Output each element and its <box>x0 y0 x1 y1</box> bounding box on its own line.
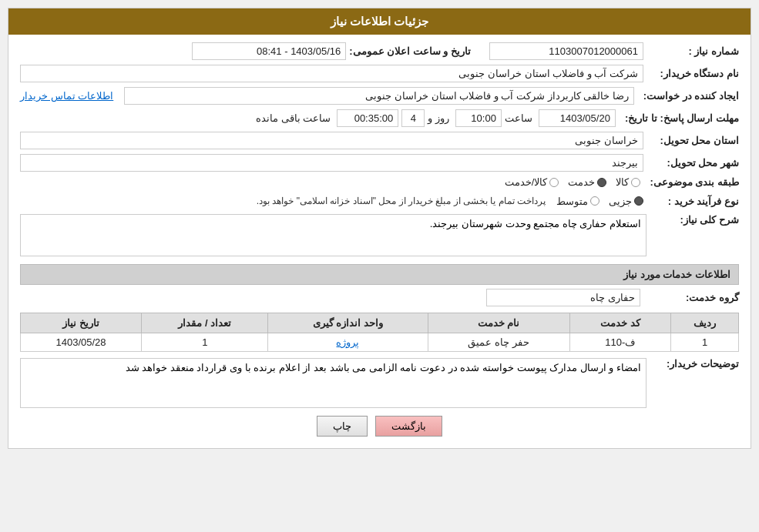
shahr-label: شهر محل تحویل: <box>646 157 739 169</box>
col-count: تعداد / مقدار <box>142 313 268 333</box>
nooe-jozii-radio[interactable] <box>634 196 643 206</box>
cell-unit[interactable]: پروژه <box>268 333 428 352</box>
tabaqe-khedmat-radio[interactable] <box>597 178 606 187</box>
mohlat-remaining-label: ساعت باقی مانده <box>256 112 331 124</box>
tabaqe-radio-group: کالا خدمت کالا/خدمت <box>505 176 641 188</box>
nooe-motavaset-radio[interactable] <box>590 196 599 206</box>
shomara-niaz-label: شماره نیاز : <box>646 45 739 57</box>
shomara-niaz-value: 1103007012000061 <box>489 42 643 60</box>
col-unit: واحد اندازه گیری <box>268 313 428 333</box>
group-khedmat-value: حفاری چاه <box>486 289 640 306</box>
tabaqe-khedmat-label: خدمت <box>568 176 595 188</box>
tabaqe-label: طبقه بندی موضوعی: <box>643 176 739 188</box>
ostan-value: خراسان جنوبی <box>20 132 643 149</box>
col-name: نام خدمت <box>428 313 569 333</box>
mohlat-date: 1403/05/20 <box>539 109 616 127</box>
buyer-notes-textarea[interactable] <box>20 358 646 408</box>
mohlat-remaining-value: 00:35:00 <box>337 109 398 127</box>
sharh-niaz-label: شرح کلی نیاز: <box>646 214 739 226</box>
group-khedmat-label: گروه خدمت: <box>646 292 739 303</box>
table-row: 1 ف-110 حفر چاه عمیق پروژه 1 1403/05/28 <box>21 333 739 352</box>
tabaqe-kala-khedmat-label: کالا/خدمت <box>505 176 548 188</box>
nooe-motavaset-label: متوسط <box>556 196 588 207</box>
cell-code: ف-110 <box>569 333 670 352</box>
etelaat-tamas-link[interactable]: اطلاعات تماس خریدار <box>20 90 113 102</box>
cell-date: 1403/05/28 <box>21 333 142 352</box>
tabaqe-kala-item[interactable]: کالا <box>616 176 640 188</box>
cell-radif: 1 <box>670 333 738 352</box>
tabaqe-kala-label: کالا <box>616 176 629 188</box>
col-radif: ردیف <box>670 313 738 333</box>
ijad-konande-label: ایجاد کننده در خواست: <box>637 90 739 102</box>
tarikh-saat-label: تاریخ و ساعت اعلان عمومی: <box>349 45 471 57</box>
sharh-niaz-textarea[interactable] <box>20 214 646 256</box>
tabaqe-kala-radio[interactable] <box>631 178 640 187</box>
mohlat-roz-value: 4 <box>401 109 425 127</box>
ostan-label: استان محل تحویل: <box>646 135 739 146</box>
name-dastgah-label: نام دستگاه خریدار: <box>646 68 739 79</box>
tabaqe-kala-khedmat-radio[interactable] <box>549 178 559 187</box>
back-button[interactable]: بازگشت <box>375 416 442 437</box>
page-title: جزئیات اطلاعات نیاز <box>8 8 751 35</box>
mohlat-roz-label: روز و <box>428 112 449 124</box>
nooe-motavaset-item[interactable]: متوسط <box>556 196 599 207</box>
mohlat-ersal-label: مهلت ارسال پاسخ: تا تاریخ: <box>619 112 739 124</box>
services-section-header: اطلاعات خدمات مورد نیاز <box>20 264 739 285</box>
print-button[interactable]: چاپ <box>317 416 368 437</box>
services-table-container: ردیف کد خدمت نام خدمت واحد اندازه گیری ت… <box>20 313 739 352</box>
col-code: کد خدمت <box>569 313 670 333</box>
ijad-konande-value: رضا خالقی کاربرداز شرکت آب و فاضلاب استا… <box>124 87 634 105</box>
tabaqe-kala-khedmat-item[interactable]: کالا/خدمت <box>505 176 559 188</box>
cell-name: حفر چاه عمیق <box>428 333 569 352</box>
tarikh-saat-value: 1403/05/16 - 08:41 <box>192 42 346 60</box>
nooe-farayand-label: نوع فرآیند خرید : <box>646 196 739 207</box>
mohlat-saat-value: 10:00 <box>455 109 502 127</box>
buttons-row: بازگشت چاپ <box>20 416 739 437</box>
col-date: تاریخ نیاز <box>21 313 142 333</box>
mohlat-saat-label: ساعت <box>505 112 532 124</box>
tabaqe-khedmat-item[interactable]: خدمت <box>568 176 606 188</box>
nooe-radio-group: جزیی متوسط <box>556 196 643 207</box>
nooe-jozii-label: جزیی <box>609 196 632 207</box>
cell-count: 1 <box>142 333 268 352</box>
buyer-notes-label: توضیحات خریدار: <box>646 358 739 370</box>
nooe-note: پرداخت تمام یا بخشی از مبلغ خریدار از مح… <box>257 196 546 206</box>
name-dastgah-value: شرکت آب و فاضلاب استان خراسان جنوبی <box>20 65 643 82</box>
services-table: ردیف کد خدمت نام خدمت واحد اندازه گیری ت… <box>20 313 739 352</box>
shahr-value: بیرجند <box>20 154 643 172</box>
nooe-jozii-item[interactable]: جزیی <box>609 196 643 207</box>
